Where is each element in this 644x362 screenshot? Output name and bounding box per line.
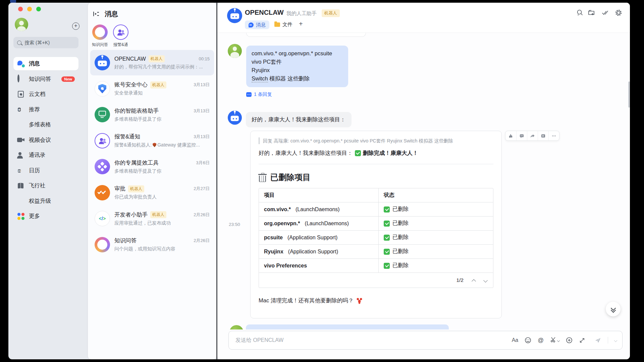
bot-tag: 机器人	[149, 55, 165, 62]
table-pagination: 1/2	[259, 273, 493, 288]
approval-avatar	[95, 185, 110, 200]
sidebar-item-more[interactable]: 更多	[13, 209, 78, 223]
sidebar-item-calendar[interactable]: 15 日历	[13, 164, 78, 177]
settings-gear-icon[interactable]	[615, 9, 622, 16]
user-avatar[interactable]	[15, 18, 28, 31]
conversation-productivity-tool[interactable]: 你的专属提效工具 3月6日 多维表格助手提及了你	[90, 154, 214, 179]
tab-files[interactable]: 文件	[274, 21, 292, 28]
sidebar-item-label: 权益升级	[29, 197, 51, 205]
quoted-reply[interactable]: 回复 高瑞康: com.vivo.* org.openvpn.* pcsuite…	[259, 137, 493, 144]
global-search-input[interactable]: 搜索 (⌘+K)	[13, 37, 78, 48]
minimize-window-button[interactable]	[27, 7, 32, 11]
video-camera-icon	[17, 136, 24, 144]
sidebar-item-label: 飞行社	[29, 182, 46, 189]
search-chat-icon[interactable]	[576, 9, 584, 16]
search-placeholder: 搜索 (⌘+K)	[24, 40, 50, 46]
close-window-button[interactable]	[18, 7, 23, 11]
reply-bubble-icon	[246, 92, 252, 97]
text-format-icon[interactable]: Aa	[512, 337, 519, 343]
sidebar-item-community[interactable]: 飞行社	[13, 179, 78, 192]
new-window-icon[interactable]	[588, 9, 595, 16]
bot-avatar[interactable]	[228, 111, 242, 125]
card-divider	[259, 164, 493, 164]
expand-composer-icon[interactable]	[579, 337, 585, 344]
status-cell: 已删除	[378, 202, 493, 216]
scroll-to-bottom-button[interactable]	[606, 302, 621, 316]
knowledge-qa-icon	[17, 74, 19, 82]
sidebar-item-label: 消息	[29, 60, 40, 67]
robot-avatar	[95, 55, 110, 70]
tab-messages[interactable]: 消息	[245, 20, 269, 29]
more-apps-icon	[17, 213, 24, 220]
conversation-alerts[interactable]: 报警&通知 3月13日 报警&通知机器人:Gateway 健康监控...	[90, 128, 214, 154]
sidebar-item-upgrade[interactable]: 权益升级	[13, 194, 78, 208]
sidebar-item-label: 知识问答	[29, 75, 51, 83]
sidebar-item-docs[interactable]: 云文档	[13, 87, 78, 101]
bot-card-message: 回复 高瑞康: com.vivo.* org.openvpn.* pcsuite…	[250, 131, 502, 318]
docs-icon	[18, 91, 24, 98]
deleted-items-table: 项目 状态 com.vivo.*(LaunchDaemons) 已删除 org.…	[259, 188, 493, 288]
ring-avatar	[95, 237, 110, 252]
more-actions-icon[interactable]	[548, 131, 559, 140]
sidebar-item-knowledge-qa[interactable]: 知识问答 New	[13, 72, 78, 86]
sidebar-item-feed[interactable]: ★ 推荐	[13, 103, 78, 116]
conversation-sheet-assistant[interactable]: 你的智能表格助手 3月13日 多维表格助手提及了你	[90, 102, 214, 127]
attach-plus-icon[interactable]	[566, 337, 573, 344]
sidebar-item-label: 日历	[29, 167, 40, 174]
conversation-approval[interactable]: 审批 机器人 2月27日 你已成为审批负责人	[90, 180, 214, 205]
thumbs-up-icon[interactable]	[505, 131, 516, 140]
status-cell: 已删除	[378, 245, 493, 258]
thread-reply-link[interactable]: 1 条回复	[246, 92, 272, 98]
collapse-panel-icon[interactable]	[93, 10, 100, 17]
item-cell: Ryujinx(Application Support)	[259, 245, 378, 258]
conversation-account-security[interactable]: 账号安全中心 机器人 3月13日 安全登录通知	[90, 76, 214, 102]
conversation-developer-assistant[interactable]: </> 开发者小助手 机器人 2月26日 应用审批通过，已发布成功	[90, 206, 214, 231]
sidebar-item-messages[interactable]: 消息	[13, 57, 78, 70]
message-input[interactable]	[235, 337, 512, 343]
shortcut-alerts[interactable]: 报警&通	[110, 24, 131, 48]
sidebar-item-contacts[interactable]: 通讯录	[13, 148, 78, 162]
page-down-icon[interactable]	[483, 278, 488, 283]
page-up-icon[interactable]	[472, 279, 476, 283]
conversation-preview: 报警&通知机器人:Gateway 健康监控...	[114, 142, 210, 148]
add-tab-button[interactable]: +	[299, 20, 303, 28]
table-header-row: 项目 状态	[259, 188, 493, 202]
send-options-caret-icon[interactable]	[614, 339, 618, 342]
sidebar-item-video-meeting[interactable]: 视频会议	[13, 133, 78, 147]
partial-next-message	[246, 324, 449, 329]
message-composer[interactable]: Aa @	[228, 331, 623, 350]
screenshot-scissors-icon[interactable]	[550, 336, 559, 344]
conversation-knowledge-qa[interactable]: 知识问答 2月26日 问个问题，或用知识写点内容	[90, 232, 214, 257]
add-button[interactable]: +	[72, 22, 79, 30]
quote-reply-icon[interactable]	[538, 131, 548, 140]
item-cell: vivo Preferences	[259, 259, 378, 273]
conversation-openclaw[interactable]: OPENCLAW 机器人 00:15 好的，帮你写几个博文用的提示词示例：...	[90, 50, 214, 75]
emoji-icon[interactable]	[525, 337, 531, 344]
conversation-time: 2月26日	[194, 238, 210, 244]
people-avatar	[95, 133, 110, 148]
chat-icon	[17, 60, 24, 67]
alerts-avatar	[113, 24, 128, 40]
shortcut-knowledge-qa[interactable]: 知识问答	[90, 24, 110, 48]
conversation-name: 账号安全中心	[114, 81, 148, 88]
send-icon[interactable]	[594, 337, 601, 344]
read-status-icon[interactable]	[601, 9, 609, 16]
sidebar-item-base[interactable]: 多维表格	[13, 118, 78, 131]
sidebar-nav: 消息 知识问答 New 云文档 ★ 推荐 多维表格 视频会议	[13, 50, 78, 225]
chat-subtitle: 我的人工助手	[286, 10, 317, 17]
message-line: Ryujinx	[252, 66, 343, 74]
lobster-emoji-icon	[356, 298, 363, 304]
scissors-dropdown-caret[interactable]	[557, 339, 560, 342]
chat-scrollbar[interactable]	[628, 81, 630, 108]
chat-avatar[interactable]	[227, 8, 242, 23]
mention-icon[interactable]: @	[538, 337, 544, 344]
message-scroll-area[interactable]: com.vivo.* org.openvpn.* pcsuite vivo PC…	[217, 33, 630, 359]
sidebar-item-label: 视频会议	[29, 136, 51, 144]
conversation-time: 2月26日	[194, 212, 210, 218]
comment-icon[interactable]	[516, 131, 527, 140]
sender-avatar[interactable]	[228, 44, 242, 58]
code-avatar: </>	[95, 211, 110, 226]
forward-icon[interactable]	[527, 131, 538, 140]
zoom-window-button[interactable]	[36, 7, 41, 11]
message-line: vivo PC套件	[252, 58, 343, 66]
